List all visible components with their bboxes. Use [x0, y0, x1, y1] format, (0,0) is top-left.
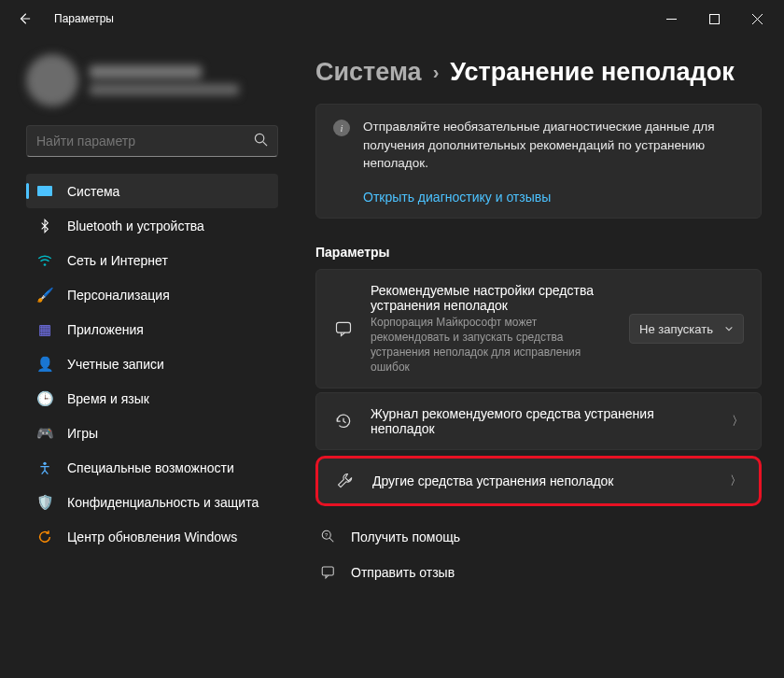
svg-text:?: ?	[325, 532, 329, 538]
wrench-icon	[335, 472, 356, 490]
diagnostics-info-box: i Отправляйте необязательные диагностиче…	[315, 104, 762, 219]
nav-label: Время и язык	[67, 391, 149, 406]
breadcrumb-parent[interactable]: Система	[315, 58, 422, 87]
avatar	[26, 54, 78, 106]
search-input[interactable]	[36, 134, 254, 148]
sidebar-item-6[interactable]: 🕒Время и язык	[26, 381, 278, 416]
sidebar: СистемаBluetooth и устройстваСеть и Инте…	[0, 37, 289, 678]
svg-rect-11	[322, 567, 333, 575]
breadcrumb: Система › Устранение неполадок	[315, 58, 762, 87]
breadcrumb-current: Устранение неполадок	[450, 58, 734, 87]
sidebar-item-2[interactable]: Сеть и Интернет	[26, 243, 278, 277]
nav-label: Bluetooth и устройства	[67, 219, 204, 233]
svg-line-5	[263, 141, 267, 145]
nav-icon: 👤	[35, 355, 54, 374]
maximize-button[interactable]	[693, 4, 735, 34]
nav-label: Персонализация	[67, 288, 170, 303]
sidebar-item-3[interactable]: 🖌️Персонализация	[26, 277, 278, 312]
nav-icon	[35, 217, 54, 235]
profile-name	[90, 65, 202, 78]
other-title: Другие средства устранения неполадок	[372, 473, 713, 488]
svg-point-7	[43, 461, 46, 464]
nav-label: Специальные возможности	[67, 460, 234, 475]
section-label: Параметры	[315, 245, 762, 260]
other-troubleshooters-card[interactable]: Другие средства устранения неполадок 〉	[315, 456, 762, 506]
search-box[interactable]	[26, 125, 278, 157]
chevron-right-icon: ›	[433, 62, 440, 83]
info-text: Отправляйте необязательные диагностическ…	[363, 118, 744, 173]
nav-label: Конфиденциальность и защита	[67, 495, 259, 510]
sidebar-item-4[interactable]: ▦Приложения	[26, 312, 278, 346]
svg-rect-8	[337, 322, 351, 332]
sidebar-item-10[interactable]: Центр обновления Windows	[26, 519, 278, 554]
back-button[interactable]	[11, 6, 37, 32]
nav-icon	[35, 251, 54, 270]
svg-point-6	[44, 263, 47, 266]
history-title: Журнал рекомендуемого средства устранени…	[371, 406, 715, 436]
sidebar-item-8[interactable]: Специальные возможности	[26, 450, 278, 485]
nav-label: Приложения	[67, 322, 144, 337]
help-icon: ?	[319, 529, 338, 545]
minimize-button[interactable]	[650, 4, 693, 34]
titlebar: Параметры	[0, 0, 784, 37]
recommended-dropdown[interactable]: Не запускать	[629, 314, 744, 344]
recommended-settings-card[interactable]: Рекомендуемые настройки средства устране…	[315, 269, 762, 389]
recommended-title: Рекомендуемые настройки средства устране…	[371, 283, 612, 313]
sidebar-item-0[interactable]: Система	[26, 174, 278, 208]
nav-label: Сеть и Интернет	[67, 253, 168, 268]
history-icon	[333, 412, 354, 431]
main-content: Система › Устранение неполадок i Отправл…	[289, 37, 784, 678]
nav-label: Центр обновления Windows	[67, 530, 237, 544]
nav-icon	[35, 528, 54, 546]
sidebar-item-9[interactable]: 🛡️Конфиденциальность и защита	[26, 485, 278, 519]
nav-icon: 🖌️	[35, 286, 54, 304]
profile-block[interactable]	[26, 54, 278, 106]
window-title: Параметры	[54, 12, 114, 25]
svg-rect-1	[709, 14, 719, 23]
nav-icon: ▦	[35, 320, 54, 339]
get-help-link[interactable]: ? Получить помощь	[319, 519, 762, 555]
send-feedback-link[interactable]: Отправить отзыв	[319, 555, 762, 590]
nav-label: Система	[67, 184, 119, 199]
troubleshoot-history-card[interactable]: Журнал рекомендуемого средства устранени…	[315, 392, 762, 450]
profile-email	[90, 84, 239, 95]
nav-icon	[35, 182, 54, 201]
nav-label: Учетные записи	[67, 357, 164, 372]
open-diagnostics-link[interactable]: Открыть диагностику и отзывы	[363, 190, 744, 205]
search-icon	[254, 133, 268, 150]
chevron-right-icon: 〉	[732, 413, 744, 430]
sidebar-item-1[interactable]: Bluetooth и устройства	[26, 208, 278, 243]
sidebar-item-5[interactable]: 👤Учетные записи	[26, 346, 278, 381]
nav-icon: 🕒	[35, 389, 54, 408]
svg-point-4	[255, 134, 263, 142]
nav-icon: 🎮	[35, 424, 54, 443]
recommended-sub: Корпорация Майкрософт может рекомендоват…	[371, 315, 612, 375]
close-button[interactable]	[735, 4, 778, 34]
sidebar-item-7[interactable]: 🎮Игры	[26, 416, 278, 450]
chevron-down-icon	[724, 322, 734, 336]
feedback-icon	[319, 564, 338, 581]
nav-icon: 🛡️	[35, 493, 54, 512]
chat-icon	[333, 319, 354, 338]
footer-links: ? Получить помощь Отправить отзыв	[315, 519, 762, 590]
info-icon: i	[333, 120, 350, 136]
chevron-right-icon: 〉	[730, 473, 742, 489]
nav-icon	[35, 459, 54, 477]
nav-list: СистемаBluetooth и устройстваСеть и Инте…	[26, 174, 278, 554]
nav-label: Игры	[67, 426, 98, 441]
